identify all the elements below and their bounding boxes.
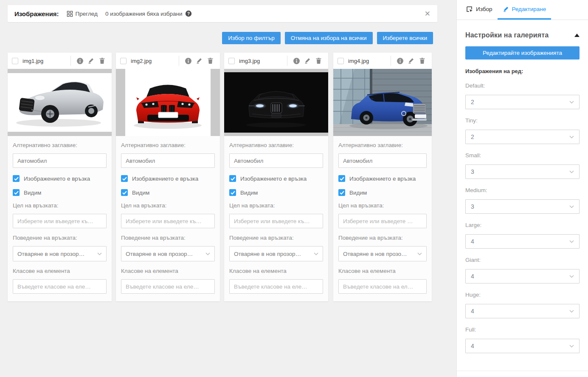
help-icon[interactable]: ?	[185, 10, 192, 17]
per-row-medium-label: Medium:	[465, 187, 580, 193]
card-header: img4.jpg	[333, 53, 432, 69]
classes-input[interactable]	[338, 279, 427, 294]
edit-icon[interactable]	[302, 55, 313, 66]
link-target-input[interactable]	[13, 214, 107, 228]
alt-title-input[interactable]	[338, 153, 427, 168]
visible-checkbox[interactable]	[229, 189, 236, 196]
per-row-small-label: Small:	[465, 152, 580, 159]
tab-edit-label: Редактиране	[512, 6, 546, 12]
per-row-giant-select[interactable]: 4	[465, 269, 580, 283]
image-cards-row: img1.jpg	[8, 53, 456, 301]
delete-icon[interactable]	[416, 55, 428, 66]
visible-checkbox[interactable]	[338, 189, 345, 196]
classes-input[interactable]	[13, 279, 107, 294]
per-row-tiny-value: 2	[471, 133, 474, 140]
is-link-checkbox[interactable]	[121, 175, 128, 182]
image-thumbnail-red-coupe[interactable]	[116, 69, 220, 136]
is-link-row: Изображението е връзка	[338, 175, 427, 182]
classes-label: Класове на елемента	[13, 268, 107, 274]
edit-images-button[interactable]: Редактирайте изображенията	[465, 46, 580, 60]
link-target-input[interactable]	[338, 214, 427, 228]
delete-icon[interactable]	[313, 55, 324, 66]
image-thumbnail-blue-suv[interactable]	[333, 69, 432, 136]
is-link-checkbox[interactable]	[338, 175, 345, 182]
edit-icon[interactable]	[405, 55, 416, 66]
deselect-all-button[interactable]: Отмяна на избора на всички	[285, 32, 373, 44]
gallery-settings-title: Настройки на галерията	[465, 31, 549, 39]
chevron-down-icon	[569, 170, 574, 173]
info-icon[interactable]	[183, 55, 194, 66]
classes-input[interactable]	[121, 279, 215, 294]
alt-title-label: Алтернативно заглавие:	[13, 142, 107, 148]
visible-checkbox[interactable]	[121, 189, 128, 196]
classes-input[interactable]	[229, 279, 323, 294]
per-row-full-select[interactable]: 4	[465, 339, 580, 353]
select-by-filter-button[interactable]: Избор по филтър	[222, 32, 280, 44]
tab-select[interactable]: Избор	[461, 0, 498, 20]
image-thumbnail-black-car[interactable]	[224, 69, 328, 136]
per-row-small-select[interactable]: 3	[465, 164, 580, 179]
alt-title-input[interactable]	[121, 153, 215, 168]
alt-title-label: Алтернативно заглавие:	[121, 142, 215, 148]
link-behavior-select[interactable]: Отваряне в нов прозо…	[338, 246, 427, 261]
card-header: img3.jpg	[224, 53, 328, 69]
visible-row: Видим	[229, 189, 323, 196]
link-behavior-value: Отваряне в нов прозор…	[126, 251, 193, 257]
link-behavior-select[interactable]: Отваряне в нов прозор…	[13, 246, 107, 261]
link-target-input[interactable]	[121, 214, 215, 228]
image-select-checkbox[interactable]	[338, 58, 344, 64]
alt-title-label: Алтернативно заглавие:	[229, 142, 323, 148]
chevron-down-icon	[417, 252, 422, 255]
chevron-down-icon	[569, 205, 574, 208]
per-row-large-select[interactable]: 4	[465, 234, 580, 249]
link-behavior-select[interactable]: Отваряне в нов прозор…	[121, 246, 215, 261]
alt-title-input[interactable]	[229, 153, 323, 168]
per-row-tiny-select[interactable]: 2	[465, 130, 580, 144]
image-select-checkbox[interactable]	[120, 58, 127, 64]
is-link-checkbox[interactable]	[229, 175, 236, 182]
chevron-down-icon	[569, 310, 574, 313]
info-icon[interactable]	[74, 55, 85, 66]
chevron-down-icon	[205, 252, 210, 255]
chevron-down-icon	[314, 252, 318, 255]
link-target-input[interactable]	[229, 214, 323, 228]
info-icon[interactable]	[394, 55, 405, 66]
per-row-giant-label: Giant:	[465, 257, 580, 263]
link-behavior-value: Отваряне в нов прозо…	[343, 251, 407, 257]
alt-title-input[interactable]	[13, 153, 107, 168]
is-link-label: Изображението е връзка	[240, 176, 307, 182]
per-row-huge-select[interactable]: 4	[465, 304, 580, 318]
link-behavior-value: Отваряне в нов прозор…	[17, 251, 84, 257]
info-icon[interactable]	[291, 55, 302, 66]
delete-icon[interactable]	[205, 55, 216, 66]
per-row-medium-select[interactable]: 3	[465, 199, 580, 214]
image-card-2: img2.jpg	[116, 53, 220, 301]
per-row-full-value: 4	[471, 343, 474, 349]
visible-checkbox[interactable]	[13, 189, 20, 196]
is-link-label: Изображението е връзка	[132, 176, 198, 182]
close-icon[interactable]: ✕	[425, 10, 430, 17]
collapse-arrow-up-icon[interactable]	[574, 34, 580, 37]
per-row-medium-value: 3	[471, 203, 474, 210]
edit-icon[interactable]	[194, 55, 205, 66]
classes-label: Класове на елемента	[229, 268, 323, 274]
chevron-down-icon	[569, 136, 574, 139]
view-mode-label: Преглед	[76, 11, 98, 17]
card-form: Алтернативно заглавие: Изображението е в…	[8, 136, 112, 301]
per-row-default-value: 2	[471, 99, 474, 105]
is-link-checkbox[interactable]	[13, 175, 20, 182]
edit-icon[interactable]	[85, 55, 96, 66]
is-link-row: Изображението е връзка	[13, 175, 107, 182]
right-sidebar: Избор Редактиране Настройки на галерията…	[456, 0, 588, 377]
delete-icon[interactable]	[96, 55, 107, 66]
select-all-button[interactable]: Изберете всички	[377, 32, 433, 44]
per-row-default-select[interactable]: 2	[465, 95, 580, 109]
is-link-label: Изображението е връзка	[24, 176, 90, 182]
images-header-bar: Изображения: Преглед 0 изображения бяха …	[8, 5, 437, 22]
tab-edit[interactable]: Редактиране	[498, 0, 551, 20]
link-behavior-select[interactable]: Отваряне в нов прозор…	[229, 246, 323, 261]
image-select-checkbox[interactable]	[228, 58, 235, 64]
view-mode[interactable]: Преглед	[67, 11, 98, 17]
image-select-checkbox[interactable]	[12, 58, 18, 64]
image-thumbnail-silver-sedan[interactable]	[8, 69, 112, 136]
